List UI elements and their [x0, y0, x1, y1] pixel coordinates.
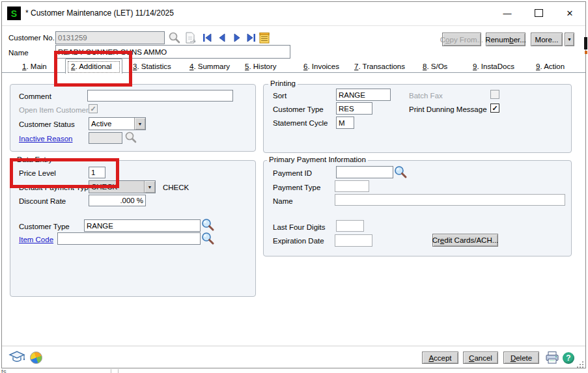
statement-cycle-field[interactable]: [336, 117, 354, 129]
payment-id-lookup-icon[interactable]: [393, 165, 408, 179]
data-entry-group-title: Data Entry: [15, 156, 54, 163]
more-dropdown-icon[interactable]: ▼: [565, 33, 574, 46]
default-payment-type-desc: CHECK: [163, 182, 189, 193]
default-payment-type-label: Default Payment Type: [19, 182, 92, 193]
print-dunning-label: Print Dunning Message: [409, 104, 487, 115]
close-icon[interactable]: ✕: [561, 5, 579, 21]
discount-rate-label: Discount Rate: [19, 196, 66, 206]
customer-maintenance-window: S * Customer Maintenance (LET) 11/14/202…: [1, 1, 586, 368]
tab-history[interactable]: 5. History: [245, 62, 277, 72]
data-entry-customer-type-label: Customer Type: [19, 221, 70, 232]
open-item-check-glyph: ✓: [90, 105, 96, 113]
batch-fax-checkbox: [490, 90, 499, 99]
default-payment-type-combo[interactable]: CHECK ▼: [89, 180, 156, 193]
more-button[interactable]: More...: [531, 33, 563, 46]
copy-from-button: Copy From...: [442, 33, 481, 46]
inactive-reason-link[interactable]: Inactive Reason: [19, 133, 72, 144]
default-payment-type-value: CHECK: [89, 181, 144, 193]
payment-name-field: [335, 194, 565, 206]
last-four-digits-field: [336, 220, 364, 232]
customer-type-lookup-icon[interactable]: [201, 217, 215, 232]
inactive-reason-lookup-icon: [124, 131, 137, 144]
price-level-field[interactable]: [89, 167, 105, 178]
resize-grip[interactable]: [576, 361, 584, 368]
data-entry-customer-type-field[interactable]: [84, 219, 201, 232]
app-logo-letter: S: [11, 8, 17, 19]
item-code-lookup-icon[interactable]: [201, 231, 215, 245]
customer-no-field: [55, 31, 165, 44]
payment-type-label: Payment Type: [273, 182, 320, 193]
customer-status-label: Customer Status: [19, 119, 75, 130]
tab-additional[interactable]: 2. Additional: [71, 62, 112, 72]
printing-customer-type-field[interactable]: [336, 102, 372, 115]
sage-app-icon: S: [7, 7, 21, 20]
primary-payment-group-title: Primary Payment Information: [267, 156, 368, 163]
customer-status-value: Active: [89, 118, 134, 130]
inactive-reason-field: [89, 132, 122, 144]
nav-previous-icon[interactable]: [216, 33, 229, 43]
open-item-customer-label: Open Item Customer: [19, 105, 89, 115]
printing-customer-type-label: Customer Type: [273, 104, 324, 115]
batch-fax-label: Batch Fax: [409, 90, 443, 101]
customer-lookup-icon: [168, 31, 181, 44]
last-four-digits-label: Last Four Digits: [273, 222, 326, 232]
clipped-background-text: ts: [1, 368, 7, 373]
statement-cycle-label: Statement Cycle: [273, 118, 328, 128]
item-code-field[interactable]: [57, 232, 201, 245]
tab-invoices[interactable]: 6. Invoices: [303, 62, 339, 72]
discount-rate-value: .000: [91, 197, 135, 204]
name-label: Name: [8, 48, 29, 58]
tab-summary[interactable]: 4. Summary: [189, 62, 230, 72]
comment-field[interactable]: [87, 90, 233, 102]
minimize-glyph: —: [503, 8, 512, 18]
comment-label: Comment: [19, 91, 51, 102]
tab-transactions[interactable]: 7. Transactions: [354, 62, 405, 72]
copy-record-icon: [184, 31, 197, 44]
memo-icon[interactable]: [259, 31, 270, 44]
item-code-link[interactable]: Item Code: [19, 234, 53, 245]
renumber-button[interactable]: Renumber...: [486, 33, 525, 46]
customer-status-combo[interactable]: Active ▼: [89, 117, 146, 130]
help-icon[interactable]: ?: [563, 352, 574, 364]
cancel-button[interactable]: Cancel: [463, 352, 498, 364]
name-field[interactable]: [55, 45, 290, 59]
nav-next-icon[interactable]: [231, 33, 244, 43]
expiration-date-field: [335, 234, 372, 247]
arrow-glyph: ▼: [148, 185, 152, 189]
payment-type-field: [335, 180, 369, 192]
open-item-customer-checkbox: ✓: [89, 104, 98, 113]
customer-no-label: Customer No.: [8, 33, 55, 43]
printing-group-title: Printing: [268, 79, 298, 87]
tab-action[interactable]: 9. Action: [536, 62, 565, 72]
credit-cards-ach-button[interactable]: Credit Cards/ACH...: [432, 234, 498, 247]
color-wheel-icon[interactable]: [30, 352, 42, 364]
default-payment-type-dropdown-icon[interactable]: ▼: [144, 181, 155, 193]
nav-last-icon[interactable]: [245, 33, 258, 43]
background-window-artifact: [111, 369, 111, 373]
graduation-cap-icon[interactable]: [8, 350, 25, 364]
nav-first-icon[interactable]: [201, 33, 214, 43]
minimize-icon[interactable]: —: [498, 5, 516, 21]
customer-status-dropdown-icon[interactable]: ▼: [134, 118, 145, 130]
payment-id-field[interactable]: [336, 166, 393, 178]
delete-button[interactable]: Delete: [503, 352, 539, 364]
tab-main[interactable]: 1. Main: [22, 62, 47, 72]
more-arrow-glyph: ▼: [567, 37, 572, 42]
tab-sos[interactable]: 8. S/Os: [423, 62, 447, 72]
payment-id-label: Payment ID: [273, 168, 312, 178]
discount-rate-field[interactable]: .000 %: [89, 195, 146, 206]
print-dunning-checkbox[interactable]: ✓: [490, 104, 499, 113]
screen: S * Customer Maintenance (LET) 11/14/202…: [0, 0, 588, 373]
accept-button[interactable]: Accept: [422, 352, 458, 364]
help-glyph: ?: [566, 353, 570, 363]
tab-instadocs[interactable]: 9. InstaDocs: [473, 62, 514, 72]
sort-label: Sort: [273, 90, 287, 101]
payment-name-label: Name: [273, 196, 293, 206]
footer-divider: [2, 346, 585, 346]
sort-field[interactable]: [336, 89, 391, 101]
print-icon[interactable]: [545, 350, 559, 365]
maximize-icon[interactable]: [529, 5, 548, 21]
tab-statistics[interactable]: 3. Statistics: [133, 62, 171, 72]
arrow-glyph: ▼: [138, 122, 143, 126]
discount-rate-suffix: %: [137, 197, 143, 204]
